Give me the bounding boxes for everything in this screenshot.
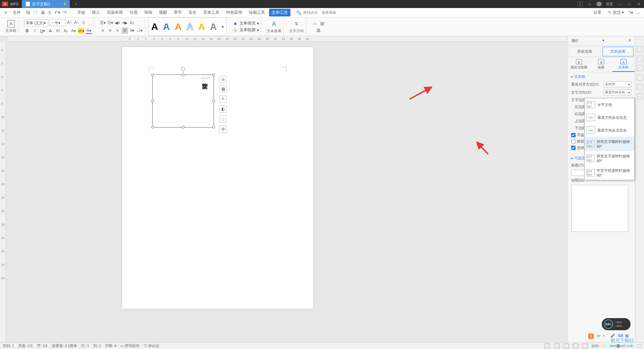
float-more-icon[interactable]: ⚙ (219, 126, 227, 133)
vertical-ruler[interactable]: 2246810121416182022242628303234 (0, 42, 6, 342)
collapse-ribbon-icon[interactable]: ︿ (635, 10, 641, 16)
textbox-icon[interactable]: A (7, 20, 15, 28)
search-placeholder[interactable]: 查找命令、搜索模板 (303, 10, 336, 15)
menu-insert[interactable]: 插入 (89, 9, 103, 16)
resize-handle-ne[interactable] (212, 73, 215, 76)
direction-option[interactable]: 文朴 ABC中文字符逆时针旋转90° (585, 165, 634, 180)
status-page-num[interactable]: 页码: 1 (3, 343, 14, 348)
view-mode-4-icon[interactable] (573, 344, 578, 348)
char-shading-icon[interactable]: A▾ (70, 28, 76, 34)
wordart-more-icon[interactable]: ▾ (220, 24, 226, 30)
text-direction-icon[interactable]: ⇅ (292, 20, 301, 28)
subtab-effect[interactable]: A效果 (590, 58, 612, 72)
float-box-icon[interactable]: □ (219, 115, 227, 123)
menu-devtools[interactable]: 开发工具 (201, 9, 222, 16)
subtab-fill[interactable]: A填充与轮廓 (568, 58, 590, 72)
subscript-icon[interactable]: X₂ (63, 28, 69, 34)
wordart-style-5[interactable]: A (196, 19, 207, 35)
side-tool-4[interactable] (637, 74, 643, 81)
zoom-out-icon[interactable]: − (603, 344, 605, 348)
menu-special[interactable]: 特色应用 (223, 9, 245, 16)
direction-option[interactable]: 文字 ABC所有文字逆时针旋转90° (585, 151, 634, 165)
direction-select[interactable]: 垂直方向从右...▾ (604, 89, 631, 95)
textbox-shape[interactable]: 文字旋转 (152, 74, 214, 128)
document-workspace[interactable]: 文字旋转 ⊖ ▦ ✎ ◧ □ ⚙ (8, 42, 567, 342)
user-name[interactable]: 普普 (606, 2, 613, 6)
chk-autofit[interactable] (571, 139, 576, 144)
strike-icon[interactable]: A̶ (47, 28, 53, 34)
share-button[interactable]: 分享 (591, 9, 604, 16)
text-effect-icon[interactable]: A (270, 20, 278, 28)
status-auth[interactable]: 🛡 未认证 (144, 343, 159, 348)
status-pages[interactable]: 页面: 1/1 (18, 343, 33, 348)
ime-lang-icon[interactable]: 中 (596, 334, 601, 339)
menu-security[interactable]: 安全 (186, 9, 199, 16)
print-icon[interactable]: 🖶 (40, 10, 46, 16)
superscript-icon[interactable]: X² (55, 28, 61, 34)
text-effect-label[interactable]: 文本效果 (267, 29, 281, 34)
clear-format-icon[interactable]: ◇ (80, 19, 87, 26)
status-spellcheck[interactable]: ▭ 拼写校对 (120, 343, 140, 348)
italic-icon[interactable]: I (32, 28, 38, 34)
menu-reference[interactable]: 引用 (127, 9, 140, 16)
textbox-text[interactable]: 文字旋转 (201, 78, 210, 79)
resize-handle-se[interactable] (212, 126, 215, 129)
extra-icon-3[interactable]: ▥ (315, 27, 321, 33)
view-mode-1-icon[interactable] (545, 344, 550, 348)
resize-handle-nw[interactable] (151, 73, 154, 76)
align-justify-icon[interactable]: ≡ (122, 28, 128, 34)
menu-file[interactable]: 文件 (10, 9, 23, 16)
fullscreen-icon[interactable]: ⛶ (638, 344, 641, 348)
direction-option[interactable]: ABC垂直方向从右往左 (585, 111, 634, 124)
extra-icon-1[interactable]: ▭ (312, 20, 318, 27)
ime-sogou-icon[interactable]: S (588, 334, 594, 339)
menu-review[interactable]: 审阅 (142, 9, 155, 16)
resize-handle-sw[interactable] (151, 126, 154, 129)
shading-icon[interactable]: ▭▾ (137, 28, 143, 34)
menu-section[interactable]: 章节 (171, 9, 184, 16)
save-icon[interactable]: 🖫 (25, 10, 31, 16)
wordart-style-1[interactable]: A (149, 19, 160, 35)
view-mode-5-icon[interactable] (582, 344, 588, 348)
menu-view[interactable]: 视图 (156, 9, 170, 16)
resize-handle-s[interactable] (182, 126, 184, 129)
subtab-textbox[interactable]: A文本框 (612, 58, 635, 72)
float-edit-icon[interactable]: ✎ (219, 95, 227, 103)
bold-icon[interactable]: B (24, 28, 30, 34)
direction-option[interactable]: 文字 ABC所有文字顺时针旋转90° (585, 137, 634, 151)
close-button[interactable]: ✕ (636, 2, 641, 6)
undo-icon[interactable]: ↶▾ (54, 10, 60, 16)
extra-icon-2[interactable]: ▤ (319, 20, 325, 27)
resize-handle-n[interactable] (182, 73, 184, 76)
tab-text-options[interactable]: 文本选项 (602, 47, 634, 56)
menu-layout[interactable]: 页面布局 (104, 9, 125, 16)
tab-shape-options[interactable]: 形状选项 (569, 47, 600, 56)
side-tool-3[interactable] (637, 65, 643, 71)
wordart-style-4[interactable]: A (184, 19, 195, 35)
font-size-select[interactable]: 一号▾ (49, 19, 65, 26)
shrink-font-icon[interactable]: A↓ (73, 19, 79, 26)
numbering-icon[interactable]: ☷▾ (107, 20, 113, 26)
document-page[interactable]: 文字旋转 ⊖ ▦ ✎ ◧ □ ⚙ (122, 47, 313, 309)
view-mode-2-icon[interactable] (554, 344, 559, 348)
annotate-button[interactable]: ✎ 批注 ▾ (605, 9, 627, 16)
redo-icon[interactable]: ↷ (62, 10, 68, 16)
float-style-icon[interactable]: ◧ (219, 105, 227, 113)
side-tool-1[interactable] (637, 46, 643, 52)
text-outline-label[interactable]: 文本轮廓 (239, 27, 256, 33)
align-center-icon[interactable]: ≡ (107, 28, 113, 34)
line-spacing-icon[interactable]: ≡▾ (129, 28, 135, 34)
wordart-style-3[interactable]: A (173, 19, 183, 35)
search-icon[interactable]: 🔍 (296, 10, 302, 16)
tray-badge[interactable]: 1 (578, 2, 583, 6)
indent-icon[interactable]: ≡▶ (122, 20, 128, 26)
user-avatar-icon[interactable] (596, 2, 602, 6)
chk-inshape[interactable] (571, 146, 576, 150)
menu-draw-tools[interactable]: 绘图工具 (246, 9, 268, 16)
section-textbox-title[interactable]: ▸ 文本框 (571, 74, 631, 79)
resize-handle-w[interactable] (151, 100, 154, 102)
document-tab[interactable]: 文字文稿1 (22, 0, 70, 8)
highlight-icon[interactable]: ab▾ (78, 28, 84, 34)
menu-start[interactable]: 开始 (74, 9, 88, 16)
hamburger-icon[interactable]: ≡ (3, 10, 9, 16)
